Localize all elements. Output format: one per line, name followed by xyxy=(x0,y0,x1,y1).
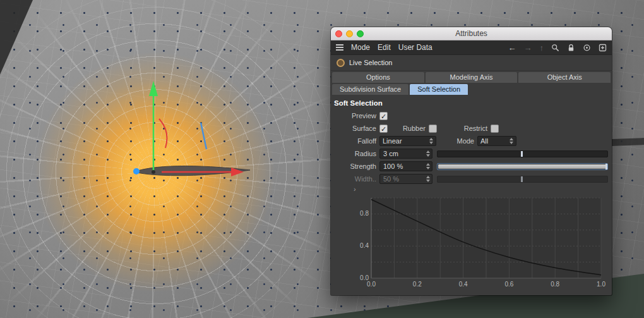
rubber-checkbox[interactable] xyxy=(429,125,437,133)
attributes-window: Attributes Mode Edit User Data ← → ↑ xyxy=(331,27,612,295)
lock-icon[interactable] xyxy=(567,44,575,52)
window-title: Attributes xyxy=(331,29,612,38)
rubber-label: Rubber xyxy=(388,125,426,132)
strength-label: Strength xyxy=(335,162,376,170)
tab-row-1: Options Modeling Axis Object Axis xyxy=(331,71,612,83)
width-slider-handle[interactable] xyxy=(521,176,523,182)
x-tick-label: 0.2 xyxy=(413,281,422,288)
radius-field[interactable]: 3 cm xyxy=(379,149,432,159)
strength-value: 100 % xyxy=(383,162,403,170)
x-tick-label: 0.0 xyxy=(367,281,376,288)
preview-checkbox[interactable]: ✓ xyxy=(379,112,388,120)
mode-value: All xyxy=(480,137,488,145)
width-label: Width.. xyxy=(335,175,376,183)
preview-label: Preview xyxy=(335,112,376,119)
width-slider[interactable] xyxy=(437,176,608,183)
falloff-row: Falloff Linear Mode All xyxy=(331,135,612,147)
forward-icon[interactable]: → xyxy=(524,44,532,52)
green-axis-arrowhead[interactable] xyxy=(149,81,158,96)
stepper-arrows-icon[interactable] xyxy=(423,150,430,157)
live-selection-icon xyxy=(337,59,345,67)
blue-axis-handle[interactable] xyxy=(201,123,206,149)
window-titlebar[interactable]: Attributes xyxy=(331,27,612,40)
x-tick-label: 0.6 xyxy=(504,281,513,288)
tab-modeling-axis[interactable]: Modeling Axis xyxy=(426,72,518,83)
y-tick-label: 0.4 xyxy=(360,242,369,249)
radius-label: Radius xyxy=(335,150,376,157)
menu-mode[interactable]: Mode xyxy=(351,43,370,52)
menu-icon[interactable] xyxy=(336,44,343,51)
x-tick-label: 0.8 xyxy=(551,281,559,288)
strength-slider-handle[interactable] xyxy=(605,164,607,169)
width-row: Width.. 50 % xyxy=(331,173,612,185)
tab-soft-selection[interactable]: Soft Selection xyxy=(410,84,468,95)
y-tick-label: 0.0 xyxy=(360,274,369,281)
tab-subdivision-surface[interactable]: Subdivision Surface xyxy=(332,84,408,95)
tab-row-2: Subdivision Surface Soft Selection xyxy=(331,83,612,95)
expander-icon[interactable]: › xyxy=(354,186,356,193)
strength-row: Strength 100 % xyxy=(331,160,612,173)
stepper-arrows-icon xyxy=(423,176,430,182)
search-icon[interactable] xyxy=(551,44,559,52)
restrict-label: Restrict xyxy=(437,125,487,132)
menu-user-data[interactable]: User Data xyxy=(398,43,432,52)
falloff-dropdown[interactable]: Linear xyxy=(379,136,436,146)
add-panel-icon[interactable] xyxy=(599,44,607,52)
minimize-button[interactable] xyxy=(346,30,353,37)
selected-vertex[interactable] xyxy=(133,168,140,174)
mode-label: Mode xyxy=(436,137,474,145)
dropdown-arrows-icon xyxy=(426,138,433,144)
x-tick-label: 0.4 xyxy=(459,281,468,288)
radius-row: Radius 3 cm xyxy=(331,147,612,160)
strength-slider-fill xyxy=(438,164,607,169)
width-value: 50 % xyxy=(383,175,399,183)
section-title: Soft Selection xyxy=(331,95,612,109)
falloff-curve-svg[interactable]: 0.00.20.40.60.81.00.80.40.0 xyxy=(355,194,606,289)
radius-slider-handle[interactable] xyxy=(521,151,523,157)
falloff-value: Linear xyxy=(383,137,402,145)
surface-label: Surface xyxy=(335,125,376,132)
back-icon[interactable]: ← xyxy=(508,44,516,52)
menu-edit[interactable]: Edit xyxy=(378,43,391,52)
x-tick-label: 1.0 xyxy=(597,281,605,288)
width-field[interactable]: 50 % xyxy=(379,174,432,184)
y-tick-label: 0.8 xyxy=(360,210,369,217)
traffic-lights xyxy=(331,30,364,37)
falloff-graph[interactable]: 0.00.20.40.60.81.00.80.40.0 xyxy=(355,194,608,290)
radius-value: 3 cm xyxy=(383,150,398,157)
strength-field[interactable]: 100 % xyxy=(379,161,432,171)
up-icon[interactable]: ↑ xyxy=(540,44,544,52)
object-label: Live Selection xyxy=(349,59,393,66)
panel-menubar: Mode Edit User Data ← → ↑ xyxy=(331,40,612,55)
preview-row: Preview ✓ xyxy=(331,109,612,122)
stepper-arrows-icon[interactable] xyxy=(423,163,430,169)
falloff-label: Falloff xyxy=(335,137,376,145)
expander-row: › xyxy=(331,185,612,193)
surface-checkbox[interactable]: ✓ xyxy=(379,125,388,133)
object-row: Live Selection xyxy=(331,55,612,71)
restrict-checkbox[interactable] xyxy=(491,125,499,133)
tab-object-axis[interactable]: Object Axis xyxy=(518,72,611,83)
mode-dropdown[interactable]: All xyxy=(477,136,516,146)
radius-slider[interactable] xyxy=(437,150,608,157)
strength-slider[interactable] xyxy=(437,163,608,170)
gizmo-center[interactable] xyxy=(152,170,155,174)
target-icon[interactable] xyxy=(583,44,591,52)
red-rotate-band[interactable] xyxy=(159,119,167,148)
close-button[interactable] xyxy=(335,30,342,37)
tab-options[interactable]: Options xyxy=(332,72,424,83)
surface-row: Surface ✓ Rubber Restrict xyxy=(331,122,612,135)
zoom-button[interactable] xyxy=(357,30,364,37)
dropdown-arrows-icon xyxy=(506,138,513,144)
geometry-edge xyxy=(612,138,644,146)
